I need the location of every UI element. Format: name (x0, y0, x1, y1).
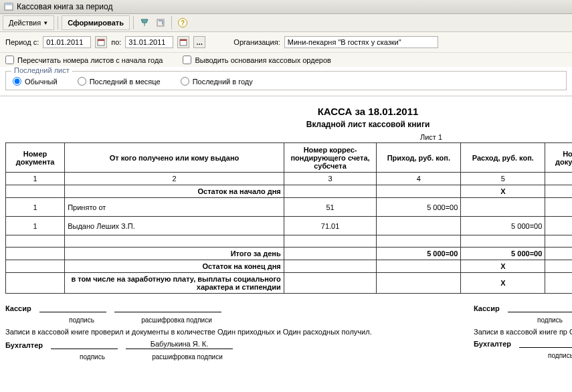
end-balance-row: Остаток на конец дня X (6, 260, 573, 273)
separator (171, 16, 172, 29)
radio-month[interactable]: Последний в месяце (78, 77, 161, 86)
recount-checkbox[interactable]: Пересчитать номера листов с начала года (5, 56, 163, 64)
accountant-label-2: Бухгалтер (474, 340, 511, 348)
period-select-icon[interactable]: … (193, 36, 205, 48)
cash-table: Номер документа От кого получено или ком… (5, 142, 572, 294)
last-sheet-group: Последний лист Обычный Последний в месяц… (5, 71, 567, 90)
window-icon (4, 2, 13, 11)
radio-year-input[interactable] (181, 77, 189, 86)
svg-rect-7 (98, 39, 104, 41)
basis-checkbox[interactable]: Выводить основания кассовых ордеров (183, 56, 330, 64)
basis-checkbox-input[interactable] (183, 56, 191, 64)
report-title: КАССА за 18.01.2011 (5, 106, 572, 117)
sheet-label: Лист 1 (420, 133, 572, 141)
start-balance-row: Остаток на начало дня X (6, 185, 573, 198)
svg-rect-1 (5, 3, 13, 5)
period-from-label: Период с: (5, 38, 39, 46)
radio-normal[interactable]: Обычный (13, 77, 58, 86)
radio-month-input[interactable] (78, 77, 86, 86)
sig-line (51, 348, 118, 349)
period-to-label: по: (111, 38, 121, 46)
sig-line (39, 311, 106, 312)
table-row: 1 Принято от 51 5 000=00 1 Принято от (6, 198, 573, 217)
col-doc-no-2: Номер документа (545, 143, 572, 173)
chevron-down-icon: ▼ (43, 20, 48, 26)
calendar-icon[interactable] (177, 36, 189, 48)
recount-checkbox-input[interactable] (5, 56, 14, 64)
calendar-icon[interactable] (95, 36, 107, 48)
org-label: Организация: (233, 38, 280, 46)
col-whom: От кого получено или кому выдано (65, 143, 284, 173)
col-doc-no: Номер документа (6, 143, 65, 173)
salary-row: в том числе на заработную плату, выплаты… (6, 273, 573, 294)
group-title: Последний лист (11, 66, 72, 74)
col-expense: Расход, руб. коп. (461, 143, 545, 173)
sig-line (508, 311, 572, 312)
org-input[interactable] (284, 36, 438, 48)
sig-line (519, 347, 572, 348)
svg-text:?: ? (181, 19, 185, 27)
checkbox-row: Пересчитать номера листов с начала года … (0, 53, 572, 67)
form-button[interactable]: Сформировать (62, 15, 130, 30)
cashier-label: Кассир (5, 304, 31, 312)
empty-row (6, 235, 573, 248)
svg-rect-9 (180, 39, 187, 41)
refresh-icon[interactable] (153, 15, 168, 30)
check-text: Записи в кассовой книге проверил и докум… (5, 328, 447, 336)
period-to-input[interactable] (125, 36, 173, 48)
sig-line (114, 311, 221, 312)
params-row: Период с: по: … Организация: (0, 32, 572, 53)
title-bar: Кассовая книга за период (0, 0, 572, 14)
report-subtitle: Вкладной лист кассовой книги (5, 120, 572, 129)
accountant-name: Бабулькина Я. К. (126, 340, 233, 349)
separator (133, 16, 134, 29)
check-text-2: Записи в кассовой книге пр Один приходны… (474, 328, 572, 336)
radio-year[interactable]: Последний в году (181, 77, 253, 86)
cashier-label-2: Кассир (474, 304, 500, 312)
accountant-label: Бухгалтер (5, 341, 43, 349)
report-area[interactable]: КАССА за 18.01.2011 Вкладной лист кассов… (0, 96, 572, 367)
day-total-row: Итого за день 5 000=00 5 000=00 (6, 248, 573, 260)
help-icon[interactable]: ? (175, 15, 190, 30)
report-footer: Кассир подпись расшифровка подписи Запис… (5, 300, 572, 361)
settings-icon[interactable] (137, 15, 152, 30)
period-from-input[interactable] (43, 36, 91, 48)
col-income: Приход, руб. коп. (377, 143, 461, 173)
table-row: 1 Выдано Леших З.П. 71.01 5 000=00 1 Выд… (6, 217, 573, 235)
separator (58, 16, 58, 29)
actions-button[interactable]: Действия▼ (3, 15, 54, 30)
col-corr: Номер коррес-пондирующего счета, субсчет… (284, 143, 377, 173)
radio-normal-input[interactable] (13, 77, 21, 86)
toolbar: Действия▼ Сформировать ? (0, 14, 572, 32)
table-header-row: Номер документа От кого получено или ком… (6, 143, 573, 173)
window-title: Кассовая книга за период (17, 2, 112, 11)
table-colnum-row: 1 2 3 4 5 1 (6, 173, 573, 185)
